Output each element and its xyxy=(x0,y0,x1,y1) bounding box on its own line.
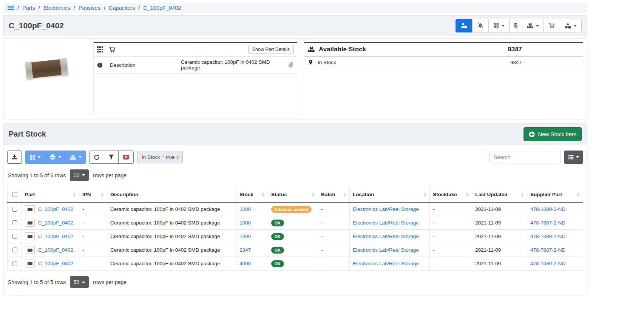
column-header-batch[interactable]: Batch xyxy=(318,187,350,203)
batch-cell: - xyxy=(318,257,350,271)
order-actions-button[interactable] xyxy=(544,19,560,32)
chevron-down-icon xyxy=(82,174,85,176)
row-checkbox[interactable] xyxy=(12,207,17,212)
table-barcode-actions-button[interactable] xyxy=(25,151,45,164)
column-header-description[interactable]: Description xyxy=(107,187,236,203)
part-link[interactable]: C_100pF_0402 xyxy=(38,206,73,212)
supplier-part-link[interactable]: 478-7887-2-ND xyxy=(530,220,565,226)
table-row: C_100pF_0402 - Ceramic capacitor, 100pF … xyxy=(8,230,583,243)
last-updated-cell: 2021-11-09 xyxy=(472,202,527,216)
search-input[interactable] xyxy=(489,151,561,163)
column-header-last-updated[interactable]: Last Updated xyxy=(472,187,527,203)
new-stock-item-button[interactable]: New Stock Item xyxy=(524,127,582,141)
chevron-down-icon xyxy=(502,25,505,27)
location-link[interactable]: Electronics Lab/Reel Storage xyxy=(353,234,419,239)
column-header-location[interactable]: Location xyxy=(350,187,430,203)
page-header: C_100pF_0402 $ xyxy=(3,15,587,36)
row-checkbox[interactable] xyxy=(12,234,17,239)
stock-link[interactable]: 2347 xyxy=(239,247,251,253)
stock-link[interactable]: 1000 xyxy=(239,206,251,212)
breadcrumb-item-electronics[interactable]: Electronics xyxy=(43,5,70,11)
supplier-part-link[interactable]: 478-1089-2-ND xyxy=(530,206,565,212)
stocktake-cell: - xyxy=(430,216,472,230)
part-thumbnail xyxy=(25,246,35,254)
breadcrumb-item-current-part[interactable]: C_100pF_0402 xyxy=(143,5,181,11)
stock-link[interactable]: 1000 xyxy=(239,220,251,226)
description-cell: Ceramic capacitor, 100pF in 0402 SMD pac… xyxy=(107,202,236,216)
column-header-supplier-part[interactable]: Supplier Part xyxy=(527,187,583,203)
chevron-down-icon xyxy=(574,25,577,27)
location-link[interactable]: Electronics Lab/Reel Storage xyxy=(353,261,419,266)
description-row: Description Ceramic capacitor, 100pF in … xyxy=(94,57,297,74)
filter-chip-in-stock: In Stock = true x xyxy=(137,151,183,163)
barcode-actions-button[interactable] xyxy=(488,19,510,32)
status-badge: OK xyxy=(271,260,284,267)
sort-icon xyxy=(262,193,265,197)
part-image[interactable] xyxy=(6,42,86,114)
menu-icon[interactable] xyxy=(8,5,14,11)
export-button[interactable] xyxy=(7,151,22,164)
status-badge: OK xyxy=(271,220,284,226)
column-header-status[interactable]: Status xyxy=(268,187,318,203)
page-size-button[interactable]: 50 xyxy=(70,276,89,288)
print-actions-button[interactable] xyxy=(45,151,66,164)
show-part-details-button[interactable]: Show Part Details xyxy=(249,45,293,54)
boxes-icon xyxy=(70,155,76,160)
page-size-button[interactable]: 50 xyxy=(70,169,89,181)
sort-icon xyxy=(312,193,315,197)
filter-group xyxy=(89,151,134,164)
filter-button[interactable] xyxy=(104,151,119,164)
stock-link[interactable]: 1000 xyxy=(239,234,251,239)
location-link[interactable]: Electronics Lab/Reel Storage xyxy=(353,220,419,226)
remove-filter-icon[interactable]: x xyxy=(176,155,179,160)
stocktake-cell: - xyxy=(430,257,472,271)
column-header-part[interactable]: Part xyxy=(22,187,79,203)
stock-link[interactable]: 4000 xyxy=(239,261,251,266)
column-select-button[interactable] xyxy=(564,151,583,164)
grid-icon[interactable] xyxy=(97,46,103,52)
row-checkbox[interactable] xyxy=(12,220,17,225)
table-toolbar: In Stock = true x xyxy=(7,151,583,164)
location-link[interactable]: Electronics Lab/Reel Storage xyxy=(353,206,419,212)
last-updated-cell: 2021-11-09 xyxy=(472,243,527,257)
cart-icon[interactable] xyxy=(109,46,116,53)
column-header-stock[interactable]: Stock xyxy=(236,187,268,203)
description-label: Description xyxy=(110,62,181,68)
copy-icon[interactable] xyxy=(288,62,293,68)
sort-icon xyxy=(577,193,580,197)
part-stock-body: In Stock = true x Showing 1 to 5 of 5 ro… xyxy=(3,145,587,295)
breadcrumb-item-capacitors[interactable]: Capacitors xyxy=(109,5,135,11)
rows-per-page-text: rows per page xyxy=(93,172,127,178)
part-stock-header: Part Stock New Stock Item xyxy=(3,123,587,145)
supplier-part-link[interactable]: 478-7887-2-ND xyxy=(530,247,565,253)
clear-filter-icon xyxy=(123,154,129,160)
pagination-bottom: Showing 1 to 5 of 5 rows 50 rows per pag… xyxy=(8,276,582,288)
part-link[interactable]: C_100pF_0402 xyxy=(38,261,73,266)
download-icon xyxy=(12,154,17,160)
admin-button[interactable] xyxy=(456,19,473,32)
select-all-checkbox[interactable] xyxy=(12,192,17,197)
description-cell: Ceramic capacitor, 100pF in 0402 SMD pac… xyxy=(107,257,236,271)
stock-actions-button[interactable] xyxy=(522,19,544,32)
table-stock-actions-button[interactable] xyxy=(65,151,86,164)
column-header-stocktake[interactable]: Stocktake xyxy=(430,187,472,203)
part-link[interactable]: C_100pF_0402 xyxy=(38,220,73,226)
breadcrumb-item-passives[interactable]: Passives xyxy=(79,5,100,11)
supplier-part-link[interactable]: 478-1089-2-ND xyxy=(530,261,565,266)
pricing-button[interactable]: $ xyxy=(509,19,522,32)
refresh-button[interactable] xyxy=(89,151,104,164)
part-link[interactable]: C_100pF_0402 xyxy=(38,247,73,253)
boxes-icon xyxy=(527,23,533,29)
row-checkbox[interactable] xyxy=(12,248,17,252)
table-header-row: Part IPN Description Stock Status Batch … xyxy=(8,187,583,203)
header-actions: $ xyxy=(456,19,582,32)
part-link[interactable]: C_100pF_0402 xyxy=(38,234,73,239)
supplier-part-link[interactable]: 478-1089-2-ND xyxy=(530,234,565,239)
location-link[interactable]: Electronics Lab/Reel Storage xyxy=(353,247,419,253)
column-header-ipn[interactable]: IPN xyxy=(79,187,107,203)
row-checkbox[interactable] xyxy=(12,261,17,266)
notifications-button[interactable] xyxy=(472,19,489,32)
clear-filters-button[interactable] xyxy=(118,151,134,164)
part-actions-button[interactable] xyxy=(560,19,582,32)
breadcrumb-item-parts[interactable]: Parts xyxy=(22,5,35,11)
